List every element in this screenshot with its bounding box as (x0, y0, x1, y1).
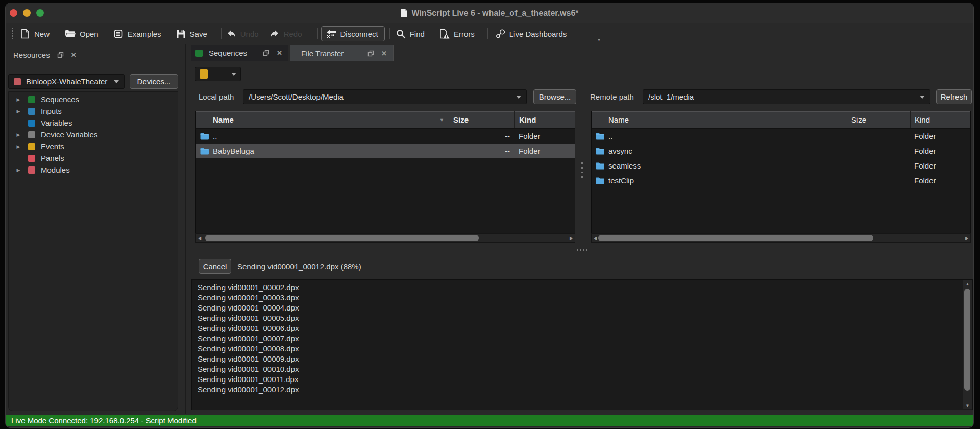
folder-icon (200, 133, 209, 140)
table-row[interactable]: .. -- Folder (196, 129, 575, 144)
column-header-name[interactable]: Name (592, 111, 847, 128)
folder-icon (596, 162, 604, 170)
scrollbar-thumb[interactable] (205, 235, 479, 241)
local-path-dropdown[interactable]: /Users/Scott/Desktop/Media (243, 89, 527, 104)
log-line: Sending vid00001_00006.dpx (198, 323, 960, 333)
column-header-kind[interactable]: Kind (911, 111, 970, 128)
live-dashboards-button[interactable]: Live Dashboards (496, 29, 567, 39)
remote-files-table: Name Size Kind .. Folder (591, 111, 971, 233)
title-bar: WinScript Live 6 - whale_of_a_theater.ws… (6, 3, 973, 23)
remote-path-dropdown[interactable]: /slot_1/media (643, 89, 930, 104)
resources-tree: ▶ Sequences ▶ Inputs Variables (8, 91, 178, 411)
log-line: Sending vid00001_00010.dpx (198, 364, 960, 374)
refresh-button[interactable]: Refresh (936, 89, 972, 104)
expand-arrow-icon[interactable]: ▶ (9, 144, 28, 149)
tables-splitter-handle[interactable] (581, 161, 583, 181)
browse-button[interactable]: Browse... (533, 89, 576, 104)
save-button[interactable]: Save (176, 29, 207, 39)
expand-arrow-icon[interactable]: ▶ (9, 109, 28, 114)
local-table-hscrollbar[interactable]: ◀ ▶ (195, 233, 575, 243)
scroll-down-icon[interactable]: ▼ (963, 402, 972, 409)
scroll-right-icon[interactable]: ▶ (568, 234, 575, 242)
undo-button[interactable]: Undo (226, 30, 259, 38)
log-line: Sending vid00001_00002.dpx (198, 282, 960, 293)
examples-button[interactable]: Examples (113, 29, 161, 39)
log-vscrollbar[interactable]: ▲ ▼ (963, 280, 972, 409)
folder-icon (596, 148, 604, 155)
expand-arrow-icon[interactable]: ▶ (9, 97, 28, 102)
disconnect-button[interactable]: Disconnect (321, 26, 385, 41)
transfer-log: Sending vid00001_00002.dpx Sending vid00… (191, 279, 973, 410)
sidebar-item-events[interactable]: ▶ Events (9, 140, 178, 152)
file-filter-dropdown[interactable] (195, 67, 241, 81)
inputs-icon (28, 108, 35, 115)
window-title: WinScript Live 6 - whale_of_a_theater.ws… (411, 9, 578, 18)
cancel-button[interactable]: Cancel (199, 259, 231, 274)
close-tab-icon[interactable]: ✕ (277, 49, 282, 57)
log-line: Sending vid00001_00005.dpx (198, 313, 960, 323)
local-files-table: Name ▼ Size Kind .. -- Folder (195, 111, 575, 233)
expand-arrow-icon[interactable]: ▶ (9, 132, 28, 137)
new-button[interactable]: New (20, 29, 50, 39)
undo-icon (226, 30, 236, 38)
examples-list-icon (113, 29, 124, 39)
remote-path-label: Remote path (590, 89, 634, 104)
table-row[interactable]: seamless Folder (592, 158, 970, 173)
scrollbar-thumb[interactable] (964, 289, 970, 391)
log-splitter-handle[interactable] (576, 249, 590, 251)
tab-file-transfer[interactable]: File Transfer ✕ (290, 45, 394, 61)
chevron-down-icon (920, 96, 925, 99)
scrollbar-thumb[interactable] (598, 235, 873, 241)
main-area: Resources ✕ BinloopX-WhaleTheater Device… (6, 44, 973, 414)
transfer-status-text: Sending vid00001_00012.dpx (88%) (237, 259, 361, 274)
scroll-left-icon[interactable]: ◀ (196, 234, 203, 242)
document-icon (400, 9, 407, 17)
screen: WinScript Live 6 - whale_of_a_theater.ws… (0, 0, 980, 429)
column-header-size[interactable]: Size (449, 111, 515, 128)
toolbar-drag-handle[interactable] (11, 27, 13, 40)
float-tab-icon[interactable] (263, 50, 270, 56)
scroll-left-icon[interactable]: ◀ (592, 234, 599, 242)
remote-table-hscrollbar[interactable]: ◀ ▶ (591, 233, 971, 243)
column-header-name[interactable]: Name ▼ (196, 111, 449, 128)
device-icon (14, 78, 21, 85)
scroll-up-icon[interactable]: ▲ (963, 280, 972, 288)
redo-button[interactable]: Redo (270, 30, 302, 38)
folder-icon (596, 133, 604, 140)
connection-status-text: Live Mode Connected: 192.168.0.254 - Scr… (11, 416, 197, 425)
folder-icon (596, 177, 604, 184)
sidebar-item-sequences[interactable]: ▶ Sequences (9, 93, 178, 105)
sidebar-item-panels[interactable]: Panels (9, 152, 178, 164)
expand-arrow-icon[interactable]: ▶ (9, 168, 28, 173)
column-header-size[interactable]: Size (847, 111, 911, 128)
table-row-selected[interactable]: BabyBeluga -- Folder (196, 144, 575, 158)
sidebar-item-variables[interactable]: Variables (9, 117, 178, 129)
table-row[interactable]: .. Folder (592, 129, 970, 144)
close-panel-icon[interactable]: ✕ (71, 51, 77, 59)
toolbar-overflow-caret[interactable]: ▾ (598, 37, 600, 42)
open-button[interactable]: Open (65, 29, 99, 38)
float-tab-icon[interactable] (368, 50, 374, 57)
table-row[interactable]: avsync Folder (592, 144, 970, 158)
sidebar-item-device-variables[interactable]: ▶ Device Variables (9, 129, 178, 140)
log-line: Sending vid00001_00007.dpx (198, 333, 960, 344)
device-selector-dropdown[interactable]: BinloopX-WhaleTheater (8, 74, 125, 89)
local-path-label: Local path (199, 89, 234, 104)
open-folder-icon (65, 29, 76, 38)
errors-button[interactable]: Errors (439, 29, 475, 39)
float-panel-icon[interactable] (57, 52, 64, 58)
table-row[interactable]: testClip Folder (592, 173, 970, 188)
disconnect-icon (326, 29, 336, 38)
panel-splitter[interactable] (185, 44, 186, 414)
sequences-tab-icon (195, 50, 203, 57)
sidebar-item-inputs[interactable]: ▶ Inputs (9, 105, 178, 117)
log-line: Sending vid00001_00012.dpx (198, 385, 960, 395)
scroll-right-icon[interactable]: ▶ (963, 234, 970, 242)
column-header-kind[interactable]: Kind (515, 111, 575, 128)
errors-warning-icon (439, 29, 450, 39)
close-tab-icon[interactable]: ✕ (381, 50, 387, 57)
devices-button[interactable]: Devices... (130, 74, 178, 89)
sidebar-item-modules[interactable]: ▶ Modules (9, 164, 178, 176)
tab-sequences[interactable]: Sequences ✕ (191, 45, 288, 61)
find-button[interactable]: Find (396, 29, 425, 39)
